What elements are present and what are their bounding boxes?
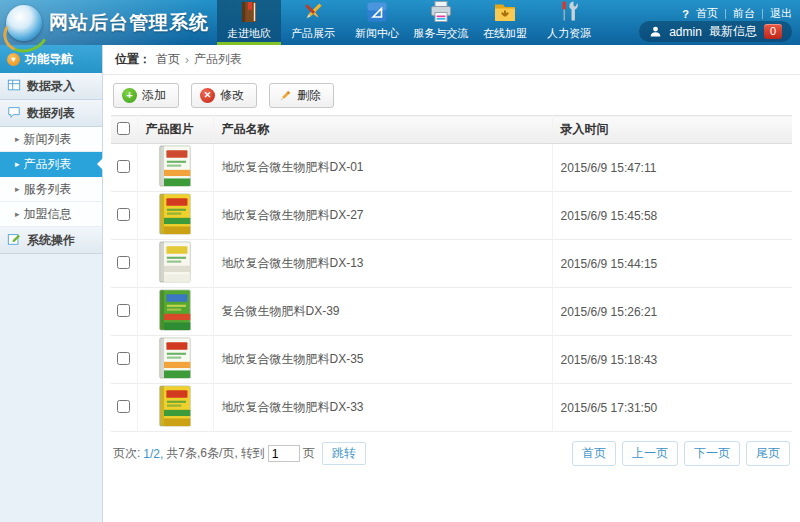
row-checkbox[interactable] [117, 208, 130, 221]
table-row: 地欣复合微生物肥料DX-13 2015/6/9 15:44:15 [111, 240, 792, 288]
divider [762, 9, 763, 19]
username: admin [669, 25, 702, 39]
table-row: 地欣复合微生物肥料DX-27 2015/6/9 15:45:58 [111, 192, 792, 240]
product-image [154, 417, 196, 431]
product-image [154, 369, 196, 383]
breadcrumb-separator: › [185, 53, 189, 67]
sidebar-group[interactable]: 数据列表 [0, 100, 102, 127]
sidebar-item[interactable]: ▸ 服务列表 [0, 177, 102, 202]
caret-right-icon: ▸ [15, 134, 20, 144]
comment-icon [7, 105, 21, 122]
product-table-wrap: 产品图片 产品名称 录入时间 地欣复合微生物肥料DX-01 2015/6/9 1… [103, 115, 800, 432]
entry-time: 2015/6/5 17:31:50 [552, 384, 792, 432]
pencil-icon [278, 89, 292, 103]
row-checkbox[interactable] [117, 304, 130, 317]
breadcrumb-current: 产品列表 [194, 51, 242, 68]
chevron-down-icon: ▾ [7, 53, 20, 66]
sidebar-item[interactable]: ▸ 新闻列表 [0, 127, 102, 152]
column-header-time: 录入时间 [552, 116, 792, 144]
frontend-link[interactable]: 前台 [733, 6, 755, 21]
sidebar-group[interactable]: 系统操作 [0, 227, 102, 254]
message-count-badge[interactable]: 0 [764, 24, 782, 39]
folder-icon [493, 0, 517, 24]
add-button[interactable]: + 添加 [113, 83, 179, 108]
select-all-checkbox[interactable] [117, 122, 130, 135]
pencil-brush-icon [301, 0, 325, 24]
pagination-button[interactable]: 尾页 [746, 441, 790, 466]
table-row: 复合微生物肥料DX-39 2015/6/9 15:26:21 [111, 288, 792, 336]
breadcrumb: 位置： 首页 › 产品列表 [103, 45, 800, 75]
table-header-row: 产品图片 产品名称 录入时间 [111, 116, 792, 144]
row-checkbox[interactable] [117, 400, 130, 413]
product-name: 地欣复合微生物肥料DX-35 [213, 336, 552, 384]
pagination-buttons: 首页 上一页 下一页 尾页 [572, 441, 790, 466]
goto-page-input[interactable] [268, 445, 300, 462]
tools-icon [557, 0, 581, 24]
sidebar-item[interactable]: ▸ 加盟信息 [0, 202, 102, 227]
pagination-button[interactable]: 下一页 [684, 441, 740, 466]
pagination-info: 页次:1/2, 共7条,6条/页, 转到 页 跳转 [113, 442, 366, 465]
header-nav: 走进地欣 产品展示 新闻中心 服务与交流 在线加盟 人力资源 [217, 0, 601, 45]
product-name: 地欣复合微生物肥料DX-33 [213, 384, 552, 432]
pagination-button[interactable]: 首页 [572, 441, 616, 466]
entry-time: 2015/6/9 15:18:43 [552, 336, 792, 384]
latest-messages-link[interactable]: 最新信息 [709, 23, 757, 40]
row-checkbox[interactable] [117, 256, 130, 269]
app-logo-icon [6, 5, 42, 41]
edit-button[interactable]: ✕ 修改 [191, 83, 257, 108]
breadcrumb-label: 位置： [115, 51, 151, 68]
page-ratio: 1/2, [143, 447, 163, 461]
entry-time: 2015/6/9 15:47:11 [552, 144, 792, 192]
logout-link[interactable]: 退出 [770, 6, 792, 21]
column-header-image: 产品图片 [137, 116, 213, 144]
user-pill: admin 最新信息 0 [639, 21, 792, 42]
column-header-name: 产品名称 [213, 116, 552, 144]
sidebar-group[interactable]: 数据录入 [0, 73, 102, 100]
product-image [154, 225, 196, 239]
breadcrumb-home[interactable]: 首页 [156, 51, 180, 68]
pagination-button[interactable]: 上一页 [622, 441, 678, 466]
jump-button[interactable]: 跳转 [322, 442, 366, 465]
header-nav-item[interactable]: 人力资源 [537, 0, 601, 45]
header-nav-item[interactable]: 在线加盟 [473, 0, 537, 45]
caret-right-icon: ▸ [15, 184, 20, 194]
printer-icon [429, 0, 453, 24]
caret-right-icon: ▸ [15, 209, 20, 219]
entry-time: 2015/6/9 15:26:21 [552, 288, 792, 336]
delete-button[interactable]: 删除 [269, 83, 334, 108]
sidebar: ▾ 功能导航 数据录入 数据列表 ▸ 新闻列表 ▸ 产品列表 ▸ 服务列表 ▸ … [0, 45, 103, 522]
product-bag-graphic [154, 192, 196, 236]
row-checkbox[interactable] [117, 160, 130, 173]
entry-time: 2015/6/9 15:44:15 [552, 240, 792, 288]
pagination-bar: 页次:1/2, 共7条,6条/页, 转到 页 跳转 首页 上一页 下一页 尾页 [103, 432, 800, 475]
sidebar-item[interactable]: ▸ 产品列表 [0, 152, 102, 177]
table-row: 地欣复合微生物肥料DX-33 2015/6/5 17:31:50 [111, 384, 792, 432]
header-nav-item[interactable]: 产品展示 [281, 0, 345, 45]
book-icon [237, 0, 261, 24]
product-bag-graphic [154, 240, 196, 284]
plus-icon: + [122, 88, 137, 103]
main-layout: ▾ 功能导航 数据录入 数据列表 ▸ 新闻列表 ▸ 产品列表 ▸ 服务列表 ▸ … [0, 45, 800, 522]
table-row: 地欣复合微生物肥料DX-35 2015/6/9 15:18:43 [111, 336, 792, 384]
user-icon [649, 25, 662, 38]
product-image [154, 177, 196, 191]
app-title: 网站后台管理系统 [49, 10, 209, 36]
cross-icon: ✕ [200, 88, 215, 103]
content-panel: 位置： 首页 › 产品列表 + 添加 ✕ 修改 [103, 45, 800, 522]
product-bag-graphic [154, 384, 196, 428]
header-nav-item[interactable]: 新闻中心 [345, 0, 409, 45]
top-links: ? 首页 前台 退出 [682, 6, 792, 21]
table-row: 地欣复合微生物肥料DX-01 2015/6/9 15:47:11 [111, 144, 792, 192]
row-checkbox[interactable] [117, 352, 130, 365]
help-icon[interactable]: ? [682, 8, 689, 20]
header-nav-item[interactable]: 服务与交流 [409, 0, 473, 45]
product-name: 地欣复合微生物肥料DX-01 [213, 144, 552, 192]
product-bag-graphic [154, 288, 196, 332]
divider [725, 9, 726, 19]
entry-time: 2015/6/9 15:45:58 [552, 192, 792, 240]
home-link[interactable]: 首页 [696, 6, 718, 21]
product-name: 地欣复合微生物肥料DX-13 [213, 240, 552, 288]
header-right: ? 首页 前台 退出 admin 最新信息 0 [639, 0, 792, 45]
edit-icon [7, 232, 21, 249]
header-nav-item[interactable]: 走进地欣 [217, 0, 281, 45]
